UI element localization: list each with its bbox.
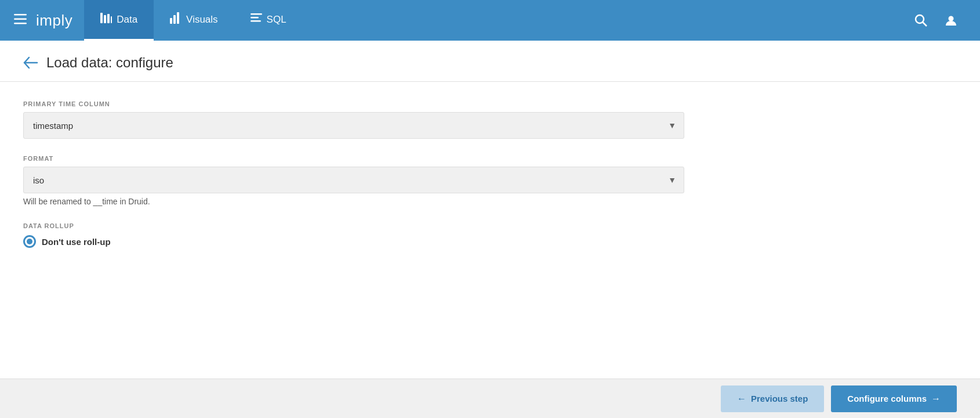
svg-line-14 [923, 23, 927, 27]
back-button[interactable] [23, 56, 38, 69]
format-label: FORMAT [23, 155, 957, 162]
topbar: imply Data Visuals [0, 0, 980, 41]
nav-sql-label: SQL [267, 14, 286, 26]
svg-rect-9 [177, 12, 179, 24]
sql-nav-icon [251, 13, 262, 26]
svg-rect-1 [14, 18, 27, 20]
svg-rect-7 [170, 18, 172, 24]
search-icon[interactable] [910, 10, 931, 31]
svg-rect-4 [104, 15, 106, 23]
prev-button-label: Previous step [751, 394, 808, 403]
svg-rect-3 [100, 13, 103, 23]
no-rollup-label: Don't use roll-up [42, 237, 111, 247]
primary-time-column-select[interactable]: timestamp __time date time [23, 112, 684, 139]
user-account-icon[interactable] [941, 10, 961, 31]
no-rollup-radio[interactable] [23, 235, 36, 248]
nav-visuals-label: Visuals [186, 14, 218, 26]
data-nav-icon [100, 13, 112, 26]
prev-arrow-icon: ← [737, 394, 746, 404]
next-arrow-icon: → [931, 394, 941, 404]
hamburger-menu-icon[interactable] [9, 9, 31, 32]
form-area: PRIMARY TIME COLUMN timestamp __time dat… [0, 82, 980, 379]
primary-time-column-group: PRIMARY TIME COLUMN timestamp __time dat… [23, 100, 957, 139]
svg-point-13 [916, 15, 924, 23]
svg-rect-6 [111, 16, 112, 23]
nav-item-sql[interactable]: SQL [234, 0, 303, 41]
data-rollup-label: DATA ROLLUP [23, 222, 957, 229]
svg-rect-12 [251, 20, 261, 22]
data-rollup-section: DATA ROLLUP Don't use roll-up [23, 222, 957, 248]
svg-rect-10 [251, 13, 262, 15]
brand-logo[interactable]: imply [36, 12, 72, 30]
topbar-right-actions [910, 10, 971, 31]
rollup-radio-row: Don't use roll-up [23, 235, 957, 248]
main-content: Load data: configure PRIMARY TIME COLUMN… [0, 41, 980, 418]
next-button-label: Configure columns [847, 394, 927, 403]
page-header: Load data: configure [0, 41, 980, 82]
configure-columns-button[interactable]: Configure columns → [831, 385, 957, 412]
format-select[interactable]: iso auto millis posix custom [23, 167, 684, 193]
previous-step-button[interactable]: ← Previous step [721, 385, 824, 412]
primary-time-column-label: PRIMARY TIME COLUMN [23, 100, 957, 107]
svg-rect-11 [251, 17, 259, 19]
format-select-wrapper: iso auto millis posix custom ▼ [23, 167, 684, 193]
primary-time-column-select-wrapper: timestamp __time date time ▼ [23, 112, 684, 139]
no-rollup-radio-inner [27, 239, 32, 244]
nav-data-label: Data [117, 14, 137, 26]
format-group: FORMAT iso auto millis posix custom ▼ Wi… [23, 155, 957, 206]
svg-rect-0 [14, 14, 27, 16]
nav-item-visuals[interactable]: Visuals [154, 0, 234, 41]
page-title: Load data: configure [46, 55, 173, 71]
main-nav: Data Visuals SQL [84, 0, 910, 41]
svg-rect-2 [14, 23, 27, 24]
svg-rect-8 [173, 15, 176, 24]
svg-point-15 [949, 16, 954, 21]
footer: ← Previous step Configure columns → [0, 379, 980, 418]
format-helper-text: Will be renamed to __time in Druid. [23, 197, 957, 206]
visuals-nav-icon [170, 12, 182, 27]
nav-item-data[interactable]: Data [84, 0, 154, 41]
svg-rect-5 [107, 14, 110, 23]
